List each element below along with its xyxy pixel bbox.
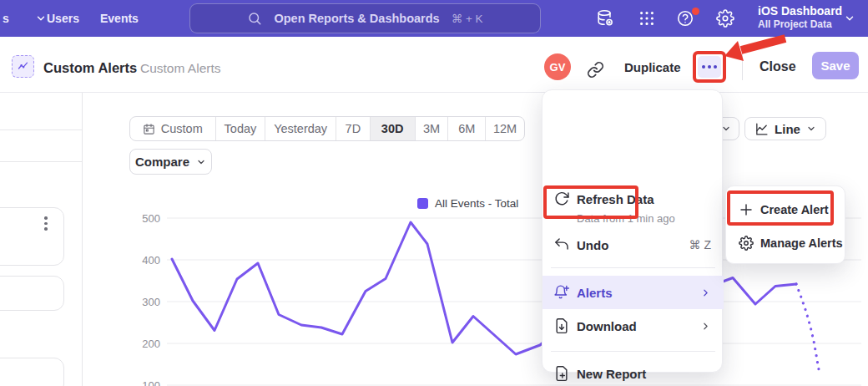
more-options-menu: Refresh Data Data from 1 min ago Undo ⌘ … (542, 89, 723, 373)
menu-divider (551, 267, 715, 268)
refresh-icon (553, 190, 570, 207)
gear-icon (739, 236, 754, 251)
submenu-label: Manage Alerts (760, 236, 843, 250)
chevron-down-icon (806, 124, 816, 134)
chevron-right-icon (700, 321, 711, 332)
range-custom[interactable]: Custom (130, 117, 216, 140)
chart-type-button[interactable]: Line (744, 117, 826, 140)
series-line-projected (796, 284, 820, 373)
y-tick-label: 100 (135, 379, 160, 386)
range-12m[interactable]: 12M (486, 117, 524, 140)
menu-label: Download (577, 319, 637, 333)
chevron-right-icon (700, 287, 711, 298)
legend-item[interactable]: All Events - Total (417, 197, 518, 210)
range-yesterday[interactable]: Yesterday (265, 117, 336, 140)
y-tick-label: 300 (135, 296, 160, 308)
y-tick-label: 200 (135, 338, 160, 350)
menu-label: Undo (577, 238, 608, 252)
chart-type-label: Line (775, 122, 800, 136)
line-chart-icon (754, 122, 769, 136)
range-7d[interactable]: 7D (336, 117, 371, 140)
calendar-icon (143, 123, 155, 135)
menu-item-alerts[interactable]: Alerts (542, 276, 724, 309)
undo-icon (553, 236, 570, 253)
menu-item-new-report[interactable]: New Report (542, 357, 724, 386)
menu-label: Alerts (577, 286, 613, 300)
alerts-submenu: Create Alert Manage Alerts (725, 185, 845, 264)
menu-item-refresh-data[interactable]: Refresh Data Data from 1 min ago (542, 182, 724, 216)
range-today[interactable]: Today (216, 117, 266, 140)
app-window: s Users Events Open Reports & Dashboards… (0, 0, 868, 386)
menu-item-download[interactable]: Download (542, 309, 724, 343)
submenu-item-create-alert[interactable]: Create Alert (726, 193, 846, 226)
legend-swatch (417, 198, 428, 209)
legend-label: All Events - Total (435, 197, 518, 210)
date-range-segmented-control: Custom Today Yesterday 7D 30D 3M 6M 12M (129, 116, 525, 141)
range-3m[interactable]: 3M (416, 117, 449, 140)
refresh-data-age: Data from 1 min ago (577, 212, 675, 225)
compare-label: Compare (135, 155, 189, 169)
chevron-down-icon (196, 157, 206, 167)
menu-divider (551, 351, 715, 352)
menu-item-undo[interactable]: Undo ⌘ Z (542, 228, 724, 262)
download-file-icon (553, 317, 570, 334)
plus-icon (739, 202, 754, 217)
submenu-item-manage-alerts[interactable]: Manage Alerts (726, 226, 846, 260)
submenu-label: Create Alert (760, 203, 829, 216)
undo-shortcut: ⌘ Z (689, 238, 711, 251)
menu-label: Refresh Data (577, 192, 654, 206)
new-report-icon (553, 365, 570, 382)
menu-label: New Report (577, 367, 646, 381)
y-tick-label: 500 (135, 212, 160, 225)
y-tick-label: 400 (135, 254, 160, 267)
range-30d-selected[interactable]: 30D (371, 117, 416, 140)
range-6m[interactable]: 6M (448, 117, 486, 140)
alert-bell-plus-icon (553, 284, 570, 301)
compare-button[interactable]: Compare (129, 149, 212, 175)
range-label: Custom (161, 122, 203, 135)
